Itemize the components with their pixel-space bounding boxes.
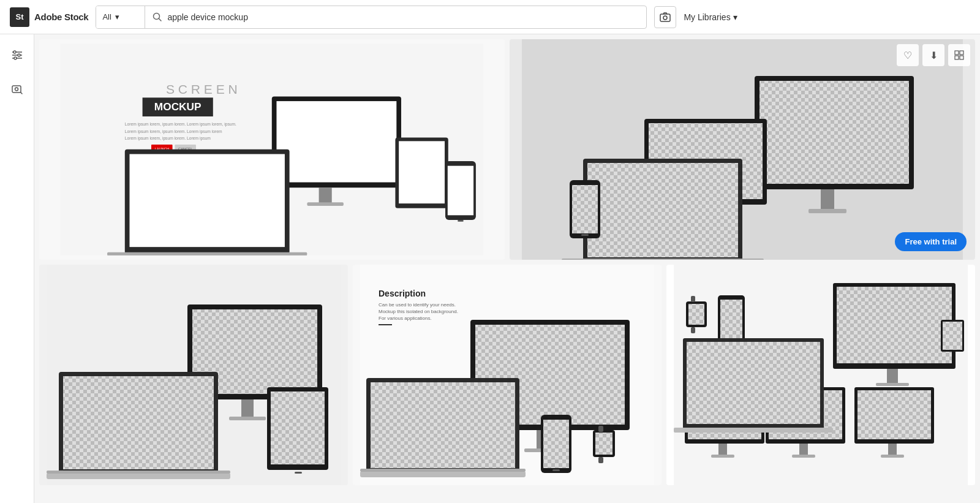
svg-rect-76 [295, 472, 302, 474]
svg-rect-57 [955, 51, 959, 55]
svg-rect-2 [660, 14, 670, 21]
svg-text:SCREEN: SCREEN [166, 82, 241, 96]
svg-rect-68 [241, 399, 254, 418]
filter-label: All [102, 12, 111, 21]
svg-rect-43 [760, 81, 909, 184]
svg-rect-10 [12, 86, 21, 93]
svg-rect-51 [587, 163, 738, 257]
svg-rect-114 [792, 455, 815, 458]
svg-text:For various applications.: For various applications. [379, 316, 432, 321]
svg-text:Lorem ipsum lorem, ipsum lorem: Lorem ipsum lorem, ipsum lorem. Lorem ip… [125, 123, 236, 127]
visual-search-sidebar-icon[interactable] [6, 78, 28, 100]
svg-rect-45 [809, 209, 846, 213]
svg-rect-75 [271, 391, 325, 464]
favorite-button[interactable]: ♡ [897, 44, 919, 66]
svg-rect-118 [881, 455, 904, 458]
card-inner [666, 265, 975, 485]
svg-rect-56 [581, 234, 589, 236]
svg-rect-36 [458, 220, 464, 222]
svg-line-1 [159, 18, 162, 21]
svg-rect-96 [543, 420, 569, 468]
svg-rect-108 [837, 287, 952, 363]
header: St Adobe Stock All ▾ My Libraries ▾ [0, 0, 980, 34]
svg-rect-99 [595, 433, 612, 455]
mockup-image-5 [666, 265, 975, 485]
my-libraries-chevron: ▾ [733, 12, 737, 22]
search-input-wrap [145, 12, 646, 22]
svg-rect-109 [887, 369, 898, 384]
visual-search-button[interactable] [654, 6, 676, 28]
svg-rect-125 [691, 296, 695, 302]
svg-rect-25 [277, 101, 397, 182]
svg-rect-69 [229, 417, 266, 420]
layout: SCREEN MOCKUP Lorem ipsum lorem, ipsum l… [0, 34, 980, 503]
similar-button[interactable] [948, 44, 970, 66]
svg-rect-33 [399, 142, 445, 204]
svg-text:Description: Description [379, 289, 426, 298]
search-icon [153, 12, 162, 22]
image-card[interactable]: ♡ ⬇ Free with trial [510, 39, 975, 260]
svg-rect-122 [711, 455, 734, 458]
svg-rect-71 [63, 376, 214, 469]
svg-text:Lorem ipsum lorem, ipsum lorem: Lorem ipsum lorem, ipsum lorem. Lorem ip… [125, 129, 222, 134]
svg-point-7 [13, 51, 16, 53]
svg-point-3 [663, 16, 667, 20]
svg-rect-55 [572, 185, 598, 233]
card-inner [510, 39, 975, 260]
image-card[interactable]: Description Can be used to identify your… [353, 265, 662, 485]
search-input[interactable] [167, 12, 639, 22]
svg-point-9 [14, 57, 17, 59]
image-card[interactable] [39, 265, 348, 485]
free-trial-badge[interactable]: Free with trial [895, 232, 967, 251]
svg-rect-92 [371, 382, 515, 468]
download-button[interactable]: ⬇ [922, 44, 944, 66]
card-inner: SCREEN MOCKUP Lorem ipsum lorem, ipsum l… [39, 39, 505, 260]
mockup-image-3 [39, 265, 348, 485]
top-image-row: SCREEN MOCKUP Lorem ipsum lorem, ipsum l… [39, 39, 975, 260]
svg-rect-124 [688, 304, 704, 325]
search-filter-dropdown[interactable]: All ▾ [96, 6, 145, 28]
svg-rect-72 [47, 473, 230, 479]
card-inner: Description Can be used to identify your… [353, 265, 662, 485]
mockup-image-2 [510, 39, 975, 260]
svg-rect-26 [319, 187, 332, 204]
logo-icon: St [10, 7, 29, 27]
camera-icon [659, 11, 671, 23]
mockup-image-1: SCREEN MOCKUP Lorem ipsum lorem, ipsum l… [48, 43, 496, 255]
main-content: SCREEN MOCKUP Lorem ipsum lorem, ipsum l… [34, 34, 980, 503]
svg-rect-93 [360, 471, 526, 477]
svg-rect-58 [960, 51, 963, 55]
svg-rect-97 [552, 469, 560, 471]
my-libraries-button[interactable]: My Libraries ▾ [684, 12, 737, 22]
svg-point-11 [15, 88, 18, 91]
svg-rect-53 [562, 259, 764, 260]
card-inner [39, 265, 348, 485]
image-card[interactable]: SCREEN MOCKUP Lorem ipsum lorem, ipsum l… [39, 39, 505, 260]
logo[interactable]: St Adobe Stock [10, 7, 88, 27]
filter-chevron: ▾ [115, 12, 119, 21]
svg-text:Mockup this isolated on backgr: Mockup this isolated on background. [379, 309, 458, 314]
svg-line-12 [20, 93, 22, 94]
logo-name: Adobe Stock [34, 12, 88, 22]
svg-rect-59 [955, 56, 959, 59]
svg-text:Can be used to identify your n: Can be used to identify your needs. [379, 302, 456, 308]
svg-rect-60 [960, 56, 963, 59]
sidebar [0, 34, 34, 503]
search-bar: All ▾ [96, 6, 647, 29]
svg-rect-131 [687, 342, 820, 424]
svg-rect-73 [47, 471, 230, 474]
svg-rect-128 [720, 300, 742, 342]
image-card[interactable] [666, 265, 975, 485]
filter-icon[interactable] [6, 44, 28, 66]
svg-rect-100 [598, 426, 603, 432]
svg-rect-101 [598, 457, 603, 463]
svg-rect-116 [858, 390, 931, 439]
svg-rect-44 [821, 189, 834, 211]
svg-rect-29 [130, 154, 285, 248]
my-libraries-label: My Libraries [684, 12, 730, 22]
svg-rect-27 [307, 202, 344, 206]
svg-rect-134 [943, 322, 962, 350]
svg-rect-31 [107, 252, 307, 255]
svg-point-8 [18, 54, 20, 56]
svg-rect-126 [691, 327, 695, 333]
